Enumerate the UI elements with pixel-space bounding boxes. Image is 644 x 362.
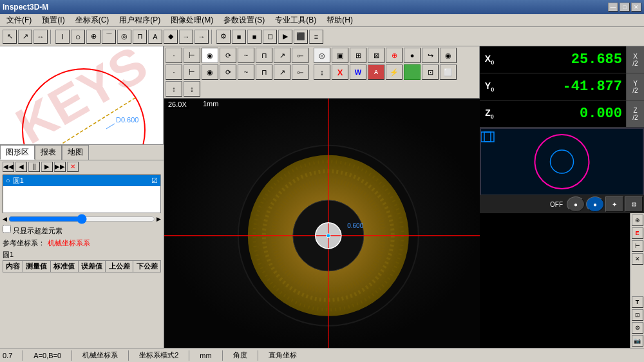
t2-btn-green-square[interactable] xyxy=(404,64,421,80)
t2-btn-arrow[interactable]: ↗ xyxy=(274,48,290,63)
toolbar-btn-20[interactable]: ≡ xyxy=(309,30,323,44)
t2-btn-r5[interactable]: ~ xyxy=(238,64,254,80)
menu-item-2[interactable]: 坐标系(C) xyxy=(70,14,115,27)
menu-item-6[interactable]: 专业工具(B) xyxy=(270,14,321,27)
tab-report[interactable]: 报表 xyxy=(35,145,62,160)
t2-btn-line[interactable]: ⊢ xyxy=(184,48,200,63)
status-sep2 xyxy=(71,350,72,361)
toolbar-btn-11[interactable]: ◆ xyxy=(164,30,178,44)
t2-btn-r2[interactable]: ⊢ xyxy=(184,64,200,80)
t2-btn-r6[interactable]: ⊓ xyxy=(256,64,272,80)
toolbar-btn-12[interactable]: → xyxy=(179,30,193,44)
list-last-btn[interactable]: ▶▶ xyxy=(54,162,66,172)
t2-btn-measure1[interactable]: ◎ xyxy=(314,48,330,63)
t2-btn-dot[interactable]: · xyxy=(166,48,182,63)
menu-item-0[interactable]: 文件(F) xyxy=(1,14,37,27)
t2-btn-wave[interactable]: ~ xyxy=(238,48,254,63)
t2-btn-rect[interactable]: ⊓ xyxy=(256,48,272,63)
cam-btn-circle[interactable]: ● xyxy=(567,196,585,212)
menu-item-5[interactable]: 参数设置(S) xyxy=(218,14,270,27)
t2-btn-r7[interactable]: ↗ xyxy=(274,64,290,80)
t2-btn-r8[interactable]: ⟜ xyxy=(292,64,308,80)
t2-btn-nav2[interactable]: X xyxy=(332,64,348,80)
menu-item-4[interactable]: 图像处理(M) xyxy=(166,14,218,27)
cam-btn-settings[interactable]: ⚙ xyxy=(625,196,643,212)
close-button[interactable]: ✕ xyxy=(631,3,641,12)
t2-btn-measure4[interactable]: ⊠ xyxy=(368,48,384,63)
menu-item-7[interactable]: 帮助(H) xyxy=(321,14,358,27)
toolbar-btn-7[interactable]: ⌒ xyxy=(102,30,116,44)
toolbar-btn-10[interactable]: A xyxy=(148,30,162,44)
toolbar-btn-9[interactable]: ⊓ xyxy=(133,30,147,44)
menu-item-3[interactable]: 用户程序(P) xyxy=(114,14,166,27)
scroll-right-btn[interactable]: ▶ xyxy=(156,216,161,222)
filter-checkbox[interactable] xyxy=(3,225,11,233)
toolbar-btn-8[interactable]: ◎ xyxy=(117,30,131,44)
list-first-btn[interactable]: ◀◀ xyxy=(3,162,14,172)
toolbar-btn-3[interactable]: ↔ xyxy=(33,30,48,44)
list-item[interactable]: ○ 圆1 ☑ xyxy=(3,175,160,186)
toolbar-btn-4[interactable]: I xyxy=(55,30,70,44)
scroll-left-btn[interactable]: ◀ xyxy=(3,216,7,222)
t2-btn-word[interactable]: W xyxy=(350,64,366,80)
mini-btn-3[interactable]: ⊢ xyxy=(632,240,643,252)
t2-btn-hook[interactable]: ⟜ xyxy=(292,48,308,63)
toolbar-btn-13[interactable]: → xyxy=(194,30,209,44)
filter-label[interactable]: 只显示超差元素 xyxy=(3,227,62,234)
mini-btn-1[interactable]: ⊕ xyxy=(632,214,643,226)
t2-btn-fullscreen[interactable]: ⬜ xyxy=(440,64,457,80)
mini-btn-2[interactable]: E xyxy=(632,227,643,239)
mini-btn-bracket[interactable]: ⊡ xyxy=(632,309,643,321)
t2-btn-circle[interactable]: ◉ xyxy=(202,48,218,63)
toolbar-btn-18[interactable]: ▶ xyxy=(278,30,292,44)
t2-btn-nav5[interactable]: ⊡ xyxy=(422,64,439,80)
list-next-btn[interactable]: ▶ xyxy=(41,162,53,172)
x-half-button[interactable]: X/2 xyxy=(626,46,644,73)
list-items[interactable]: ○ 圆1 ☑ xyxy=(3,175,161,213)
t2-btn-measure2[interactable]: ▣ xyxy=(332,48,348,63)
t2-btn-arc[interactable]: ⟳ xyxy=(220,48,236,63)
list-pause-btn[interactable]: ‖ xyxy=(28,162,40,172)
mini-btn-T[interactable]: T xyxy=(632,296,643,308)
canvas-area[interactable]: D0.600 D0.6... X Y Z KEYS xyxy=(0,46,164,145)
photo-area[interactable]: 0.600 26.0X 1mm xyxy=(164,99,480,348)
toolbar-btn-14[interactable]: ⚙ xyxy=(216,30,231,44)
t2-btn-measure8[interactable]: ◉ xyxy=(440,48,457,63)
t2-btn-s2[interactable]: ↨ xyxy=(184,81,200,97)
toolbar-btn-6[interactable]: ⊕ xyxy=(86,30,100,44)
hscrollbar[interactable] xyxy=(8,216,155,222)
mini-btn-gear[interactable]: ⚙ xyxy=(632,322,643,334)
y-half-button[interactable]: Y/2 xyxy=(626,73,644,100)
mini-btn-camera[interactable]: 📷 xyxy=(632,335,643,347)
t2-btn-r4[interactable]: ⟳ xyxy=(220,64,236,80)
maximize-button[interactable]: □ xyxy=(620,3,630,12)
t2-btn-measure3[interactable]: ⊞ xyxy=(350,48,366,63)
list-prev-btn[interactable]: ◀ xyxy=(15,162,27,172)
toolbar-btn-17[interactable]: ◻ xyxy=(263,30,277,44)
toolbar-btn-1[interactable]: ↖ xyxy=(3,30,17,44)
z-half-button[interactable]: Z/2 xyxy=(626,100,644,127)
toolbar-btn-5[interactable]: ○ xyxy=(71,30,85,44)
t2-btn-r3[interactable]: ◉ xyxy=(202,64,218,80)
t2-btn-s1[interactable]: ↕ xyxy=(166,81,182,97)
menu-item-1[interactable]: 预置(I) xyxy=(37,14,70,27)
cam-btn-circle2[interactable]: ● xyxy=(586,196,604,212)
t2-btn-measure6[interactable]: ● xyxy=(404,48,421,63)
t2-btn-measure7[interactable]: ↪ xyxy=(422,48,439,63)
cam-btn-star[interactable]: ✦ xyxy=(605,196,623,212)
toolbar-btn-16[interactable]: ■ xyxy=(247,30,261,44)
t2-btn-nav4[interactable]: ⚡ xyxy=(386,64,402,80)
tab-graphics[interactable]: 图形区 xyxy=(0,145,35,160)
toolbar-btn-19[interactable]: ⬛ xyxy=(294,30,308,44)
tab-map[interactable]: 地图 xyxy=(62,145,89,160)
toolbar-btn-2[interactable]: ↗ xyxy=(18,30,32,44)
mini-btn-4[interactable]: ✕ xyxy=(632,253,643,265)
coord-system-link[interactable]: 机械坐标系系 xyxy=(48,238,90,248)
toolbar-btn-15[interactable]: ■ xyxy=(232,30,246,44)
minimize-button[interactable]: — xyxy=(608,3,618,12)
t2-btn-nav3[interactable]: A xyxy=(368,64,384,80)
t2-btn-r1[interactable]: · xyxy=(166,64,182,80)
list-clear-btn[interactable]: ✕ xyxy=(67,162,79,172)
t2-btn-nav1[interactable]: ↨ xyxy=(314,64,330,80)
t2-btn-measure5[interactable]: ⊕ xyxy=(386,48,402,63)
